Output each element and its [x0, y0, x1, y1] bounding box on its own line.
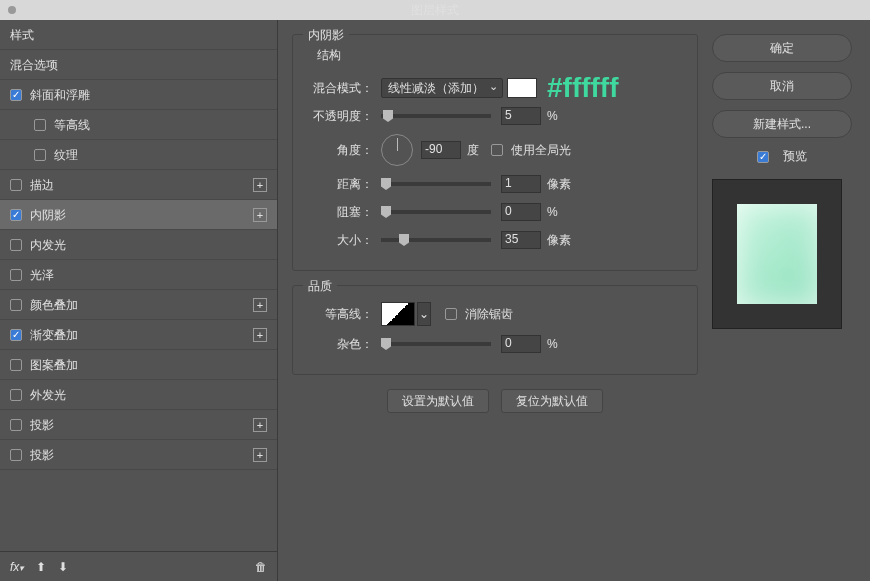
choke-unit: % — [547, 205, 558, 219]
style-label: 等高线 — [54, 110, 90, 140]
sidebar-item-9[interactable]: 图案叠加 — [0, 350, 277, 380]
sidebar-item-1[interactable]: 等高线 — [0, 110, 277, 140]
cancel-button[interactable]: 取消 — [712, 72, 852, 100]
style-checkbox[interactable] — [10, 359, 22, 371]
style-label: 颜色叠加 — [30, 290, 78, 320]
sidebar-header-styles[interactable]: 样式 — [0, 20, 277, 50]
opacity-input[interactable]: 5 — [501, 107, 541, 125]
contour-label: 等高线： — [307, 306, 381, 323]
style-checkbox[interactable] — [10, 389, 22, 401]
global-light-checkbox[interactable] — [491, 144, 503, 156]
add-effect-icon[interactable]: + — [253, 298, 267, 312]
sidebar-item-4[interactable]: 内阴影+ — [0, 200, 277, 230]
add-effect-icon[interactable]: + — [253, 448, 267, 462]
sidebar-item-7[interactable]: 颜色叠加+ — [0, 290, 277, 320]
noise-unit: % — [547, 337, 558, 351]
style-checkbox[interactable] — [10, 449, 22, 461]
style-checkbox[interactable] — [10, 209, 22, 221]
preview-swatch — [737, 204, 817, 304]
style-checkbox[interactable] — [10, 239, 22, 251]
contour-dropdown[interactable]: ⌄ — [417, 302, 431, 326]
style-checkbox[interactable] — [10, 269, 22, 281]
angle-unit: 度 — [467, 142, 479, 159]
sidebar-item-8[interactable]: 渐变叠加+ — [0, 320, 277, 350]
size-input[interactable]: 35 — [501, 231, 541, 249]
antialias-checkbox[interactable] — [445, 308, 457, 320]
style-label: 内发光 — [30, 230, 66, 260]
preview-label: 预览 — [783, 148, 807, 165]
angle-dial[interactable] — [381, 134, 413, 166]
noise-slider[interactable] — [381, 342, 491, 346]
size-slider[interactable] — [381, 238, 491, 242]
trash-icon[interactable]: 🗑 — [255, 560, 267, 574]
add-effect-icon[interactable]: + — [253, 418, 267, 432]
sidebar-item-5[interactable]: 内发光 — [0, 230, 277, 260]
distance-slider[interactable] — [381, 182, 491, 186]
titlebar: 图层样式 — [0, 0, 870, 20]
distance-unit: 像素 — [547, 176, 571, 193]
make-default-button[interactable]: 设置为默认值 — [387, 389, 489, 413]
style-label: 图案叠加 — [30, 350, 78, 380]
blend-mode-label: 混合模式： — [307, 80, 381, 97]
preview-checkbox[interactable] — [757, 151, 769, 163]
style-label: 内阴影 — [30, 200, 66, 230]
sidebar-item-2[interactable]: 纹理 — [0, 140, 277, 170]
quality-fieldset: 品质 等高线： ⌄ 消除锯齿 杂色： 0 % — [292, 285, 698, 375]
color-hex-annotation: #ffffff — [547, 72, 619, 104]
distance-input[interactable]: 1 — [501, 175, 541, 193]
panel-title: 内阴影 — [303, 27, 349, 44]
window-title: 图层样式 — [411, 3, 459, 17]
sidebar-item-11[interactable]: 投影+ — [0, 410, 277, 440]
window-control-icon[interactable] — [8, 6, 16, 14]
choke-input[interactable]: 0 — [501, 203, 541, 221]
style-checkbox[interactable] — [10, 299, 22, 311]
style-checkbox[interactable] — [34, 119, 46, 131]
noise-label: 杂色： — [307, 336, 381, 353]
sidebar-item-3[interactable]: 描边+ — [0, 170, 277, 200]
blend-mode-select[interactable]: 线性减淡（添加） — [381, 78, 503, 98]
preview-box — [712, 179, 842, 329]
sidebar-footer: fx▾ ⬆ ⬇ 🗑 — [0, 551, 277, 581]
fx-menu[interactable]: fx▾ — [10, 560, 24, 574]
opacity-unit: % — [547, 109, 558, 123]
style-list: 样式 混合选项 斜面和浮雕等高线纹理描边+内阴影+内发光光泽颜色叠加+渐变叠加+… — [0, 20, 277, 551]
sidebar-item-10[interactable]: 外发光 — [0, 380, 277, 410]
style-checkbox[interactable] — [10, 179, 22, 191]
sidebar-header-blend[interactable]: 混合选项 — [0, 50, 277, 80]
add-effect-icon[interactable]: + — [253, 208, 267, 222]
style-checkbox[interactable] — [10, 89, 22, 101]
ok-button[interactable]: 确定 — [712, 34, 852, 62]
style-label: 纹理 — [54, 140, 78, 170]
global-light-label: 使用全局光 — [511, 142, 571, 159]
color-swatch[interactable] — [507, 78, 537, 98]
antialias-label: 消除锯齿 — [465, 306, 513, 323]
move-down-icon[interactable]: ⬇ — [58, 560, 68, 574]
style-label: 光泽 — [30, 260, 54, 290]
new-style-button[interactable]: 新建样式... — [712, 110, 852, 138]
style-checkbox[interactable] — [10, 329, 22, 341]
choke-label: 阻塞： — [307, 204, 381, 221]
style-label: 投影 — [30, 410, 54, 440]
reset-default-button[interactable]: 复位为默认值 — [501, 389, 603, 413]
quality-label: 品质 — [303, 278, 337, 295]
sidebar-item-0[interactable]: 斜面和浮雕 — [0, 80, 277, 110]
style-checkbox[interactable] — [34, 149, 46, 161]
style-label: 投影 — [30, 440, 54, 470]
sidebar-item-6[interactable]: 光泽 — [0, 260, 277, 290]
choke-slider[interactable] — [381, 210, 491, 214]
opacity-slider[interactable] — [381, 114, 491, 118]
style-label: 外发光 — [30, 380, 66, 410]
style-label: 渐变叠加 — [30, 320, 78, 350]
structure-fieldset: 内阴影 结构 混合模式： 线性减淡（添加） #ffffff 不透明度： 5 % … — [292, 34, 698, 271]
add-effect-icon[interactable]: + — [253, 178, 267, 192]
opacity-label: 不透明度： — [307, 108, 381, 125]
contour-picker[interactable] — [381, 302, 415, 326]
size-unit: 像素 — [547, 232, 571, 249]
angle-input[interactable]: -90 — [421, 141, 461, 159]
style-checkbox[interactable] — [10, 419, 22, 431]
noise-input[interactable]: 0 — [501, 335, 541, 353]
move-up-icon[interactable]: ⬆ — [36, 560, 46, 574]
add-effect-icon[interactable]: + — [253, 328, 267, 342]
sidebar-item-12[interactable]: 投影+ — [0, 440, 277, 470]
style-label: 斜面和浮雕 — [30, 80, 90, 110]
